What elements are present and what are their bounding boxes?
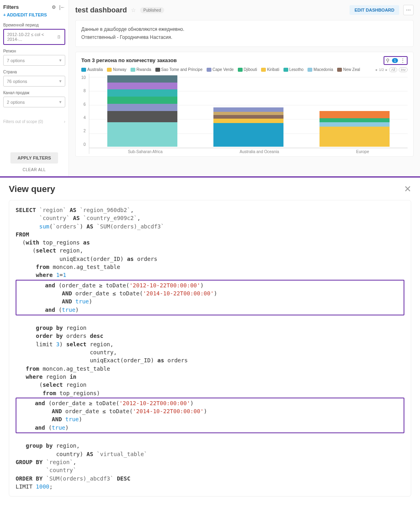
dashboard-title: test dashboard	[75, 6, 127, 14]
info-line: Ответственный - Городничева Настасия.	[81, 33, 408, 41]
legend-item[interactable]: Australia	[81, 67, 103, 72]
info-line: Данные в дашборде обновляются ежедневно.	[81, 25, 408, 33]
collapse-icon[interactable]: |←	[59, 4, 65, 10]
chevron-down-icon: ▾	[59, 58, 62, 63]
legend-item[interactable]: Djibouti	[238, 67, 257, 72]
chevron-down-icon: ▾	[59, 99, 62, 105]
oos-label: Filters out of scope (0)	[3, 119, 43, 124]
clear-all-button[interactable]: CLEAR ALL	[23, 168, 46, 172]
next-icon[interactable]: ▸	[386, 68, 388, 72]
legend-item[interactable]: Sao Tome and Principe	[155, 67, 203, 72]
chart-title: Топ 3 региона по количеству заказов	[81, 57, 177, 63]
legend-item[interactable]: Norway	[107, 67, 127, 72]
filter-select[interactable]: 7 options▾	[3, 55, 65, 66]
legend-item[interactable]: Cape Verde	[207, 67, 234, 72]
edit-dashboard-button[interactable]: EDIT DASHBOARD	[350, 5, 399, 15]
chart-legend: AustraliaNorwayRwandaSao Tome and Princi…	[81, 67, 408, 72]
filter-label: Страна	[3, 70, 65, 74]
dashboard-description: Данные в дашборде обновляются ежедневно.…	[75, 20, 414, 47]
chart-area: 1086420 Sub-Saharan AfricaAustralia and …	[81, 74, 408, 154]
view-query-title: View query	[9, 184, 55, 194]
legend-item[interactable]: New Zeal	[337, 67, 360, 72]
chevron-right-icon: ›	[64, 119, 65, 124]
y-axis: 1086420	[81, 74, 89, 154]
x-axis: Sub-Saharan AfricaAustralia and OceaniaE…	[89, 148, 408, 154]
chevron-down-icon: ▾	[59, 79, 62, 84]
x-tick: Sub-Saharan Africa	[128, 149, 163, 154]
bar-column[interactable]	[107, 75, 177, 147]
filters-title: Filters	[3, 4, 19, 10]
bar-column[interactable]	[320, 75, 390, 147]
bar-column[interactable]	[213, 75, 283, 147]
prev-icon[interactable]: ◂	[375, 68, 377, 72]
calendar-icon: 🗓	[57, 34, 61, 39]
legend-all-button[interactable]: All	[389, 67, 397, 72]
legend-item[interactable]: Kiribati	[261, 67, 279, 72]
dashboard-area: Filters ⚙ |← + ADD/EDIT FILTERS Временно…	[0, 0, 420, 178]
filter-count-badge: 1	[392, 58, 398, 63]
sql-code: SELECT `region` AS `region_960db2`, `cou…	[9, 200, 411, 497]
x-tick: Australia and Oceania	[240, 149, 279, 154]
chart-panel: Топ 3 региона по количеству заказов ⚲ 1 …	[75, 52, 414, 157]
filter-label: Регион	[3, 49, 65, 53]
legend-item[interactable]: Lesotho	[283, 67, 304, 72]
gear-icon[interactable]: ⚙	[52, 4, 56, 10]
close-icon[interactable]: ✕	[404, 184, 411, 194]
status-badge: Published	[140, 7, 164, 13]
filter-select[interactable]: 76 options▾	[3, 76, 65, 87]
view-query-panel: View query ✕ SELECT `region` AS `region_…	[0, 178, 420, 503]
legend-inv-button[interactable]: Inv	[399, 67, 408, 72]
filter-select[interactable]: 2 options▾	[3, 97, 65, 107]
legend-item[interactable]: Macedonia	[307, 67, 333, 72]
legend-item[interactable]: Rwanda	[131, 67, 151, 72]
filters-sidebar: Filters ⚙ |← + ADD/EDIT FILTERS Временно…	[0, 0, 69, 176]
filter-icon[interactable]: ⚲	[386, 58, 390, 63]
add-edit-filters-link[interactable]: + ADD/EDIT FILTERS	[3, 12, 65, 17]
dashboard-main: test dashboard ☆ Published EDIT DASHBOAR…	[69, 0, 420, 176]
apply-filters-button[interactable]: APPLY FILTERS	[10, 152, 58, 164]
kebab-menu-icon[interactable]: ⋮	[400, 58, 405, 63]
filters-out-of-scope[interactable]: Filters out of scope (0) ›	[3, 119, 65, 124]
filter-label: Временной период	[3, 23, 65, 27]
star-icon[interactable]: ☆	[131, 7, 136, 13]
chart-controls: ⚲ 1 ⋮	[384, 56, 408, 65]
more-menu-button[interactable]: ⋯	[403, 5, 414, 15]
plot-area: Sub-Saharan AfricaAustralia and OceaniaE…	[89, 74, 408, 154]
x-tick: Europe	[356, 149, 369, 154]
filter-label: Канал продаж	[3, 91, 65, 95]
filter-select[interactable]: 2012-10-22 ≤ col < 2014-...🗓	[3, 29, 65, 45]
